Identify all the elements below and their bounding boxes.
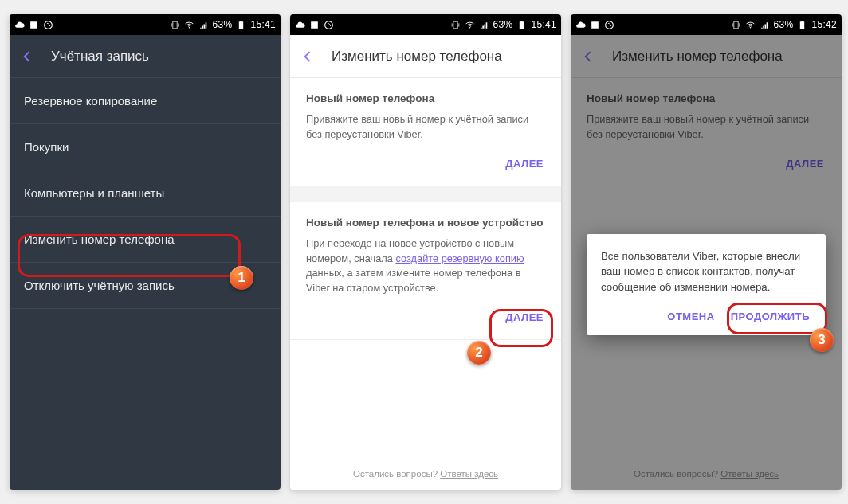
- card-new-number-bg: Новый номер телефона Привяжите ваш новый…: [571, 78, 842, 186]
- clock: 15:42: [811, 19, 837, 30]
- step-badge-2: 2: [467, 341, 491, 365]
- footer-link[interactable]: Ответы здесь: [440, 469, 498, 479]
- back-icon[interactable]: [19, 49, 35, 64]
- card-title: Новый номер телефона: [587, 92, 826, 104]
- item-computers[interactable]: Компьютеры и планшеты: [10, 170, 281, 217]
- next-button-bg: ДАЛЕЕ: [784, 153, 826, 174]
- wifi-icon: [465, 20, 475, 30]
- card-body: Привяжите ваш новый номер к учётной запи…: [587, 112, 826, 142]
- cloud-icon: [575, 20, 586, 30]
- footer-questions: Остались вопросы? Ответы здесь: [571, 459, 842, 490]
- status-bar: 63% 15:41: [10, 14, 281, 35]
- backup-link[interactable]: создайте резервную копию: [395, 252, 524, 264]
- footer-link: Ответы здесь: [720, 469, 779, 479]
- clock: 15:41: [531, 19, 556, 30]
- vibrate-icon: [450, 20, 461, 30]
- card-body: При переходе на новое устройство с новым…: [306, 236, 545, 295]
- card-title: Новый номер телефона: [306, 92, 545, 104]
- item-label: Компьютеры и планшеты: [24, 186, 164, 200]
- item-label: Отключить учётную запись: [24, 279, 175, 292]
- battery-pct: 63%: [493, 19, 513, 30]
- dialog-actions: ОТМЕНА ПРОДОЛЖИТЬ: [601, 295, 811, 327]
- item-label: Изменить номер телефона: [24, 232, 175, 246]
- card-new-number: Новый номер телефона Привяжите ваш новый…: [290, 78, 561, 186]
- vibrate-icon: [170, 20, 180, 30]
- wifi-icon: [184, 20, 194, 30]
- card-body-b: данных, а затем измените номер телефона …: [306, 267, 520, 294]
- footer-questions: Остались вопросы? Ответы здесь: [290, 459, 561, 490]
- svg-point-3: [469, 26, 470, 28]
- signal-icon: [479, 20, 489, 30]
- back-icon: [580, 49, 596, 64]
- svg-point-1: [188, 26, 190, 28]
- svg-point-2: [325, 21, 333, 29]
- svg-point-0: [45, 21, 53, 29]
- card-body: Привяжите ваш новый номер к учётной запи…: [306, 112, 545, 142]
- confirm-dialog: Все пользователи Viber, которые внесли в…: [587, 234, 826, 335]
- status-left: [14, 20, 53, 30]
- cloud-icon: [14, 20, 25, 30]
- footer-text: Остались вопросы?: [353, 469, 440, 479]
- viber-icon: [324, 20, 334, 30]
- item-purchases[interactable]: Покупки: [10, 124, 281, 170]
- item-deactivate[interactable]: Отключить учётную запись: [10, 263, 281, 309]
- card-new-number-device: Новый номер телефона и новое устройство …: [290, 202, 561, 340]
- next-button-2[interactable]: ДАЛЕЕ: [504, 307, 545, 328]
- signal-icon: [198, 20, 209, 30]
- item-label: Резервное копирование: [24, 94, 157, 107]
- status-right: 63% 15:42: [731, 19, 837, 30]
- phone-1-account: 63% 15:41 Учётная запись Резервное копир…: [10, 14, 281, 490]
- battery-icon: [236, 20, 246, 30]
- card-title: Новый номер телефона и новое устройство: [306, 217, 545, 229]
- battery-pct: 63%: [774, 19, 794, 30]
- image-icon: [29, 20, 39, 30]
- continue-button[interactable]: ПРОДОЛЖИТЬ: [729, 306, 811, 327]
- footer-text: Остались вопросы?: [634, 469, 720, 479]
- status-left: [295, 20, 334, 30]
- next-button-1[interactable]: ДАЛЕЕ: [504, 153, 545, 174]
- image-icon: [590, 20, 600, 30]
- item-change-number[interactable]: Изменить номер телефона: [10, 217, 281, 263]
- card-gap: [290, 186, 561, 202]
- status-right: 63% 15:41: [170, 19, 276, 30]
- page-title: Изменить номер телефона: [612, 49, 783, 64]
- svg-point-5: [749, 26, 751, 28]
- svg-point-4: [606, 21, 614, 29]
- page-title: Изменить номер телефона: [332, 49, 502, 64]
- status-right: 63% 15:41: [450, 19, 556, 30]
- wifi-icon: [745, 20, 756, 30]
- status-left: [575, 20, 614, 30]
- battery-icon: [516, 20, 527, 30]
- header: Изменить номер телефона: [571, 35, 842, 78]
- phone-2-change-number: 63% 15:41 Изменить номер телефона Новый …: [290, 14, 561, 490]
- clock: 15:41: [250, 19, 276, 30]
- vibrate-icon: [731, 20, 741, 30]
- cloud-icon: [295, 20, 305, 30]
- cancel-button[interactable]: ОТМЕНА: [665, 306, 716, 327]
- item-label: Покупки: [24, 140, 69, 154]
- viber-icon: [604, 20, 614, 30]
- dialog-body: Все пользователи Viber, которые внесли в…: [601, 248, 811, 295]
- back-icon[interactable]: [300, 49, 316, 64]
- settings-list: Резервное копирование Покупки Компьютеры…: [10, 78, 281, 309]
- page-title: Учётная запись: [51, 49, 149, 64]
- header: Учётная запись: [10, 35, 281, 78]
- battery-icon: [797, 20, 807, 30]
- viber-icon: [43, 20, 53, 30]
- image-icon: [309, 20, 320, 30]
- phone-3-dialog: 63% 15:42 Изменить номер телефона Новый …: [571, 14, 842, 490]
- header: Изменить номер телефона: [290, 35, 561, 78]
- status-bar: 63% 15:41: [290, 14, 561, 35]
- status-bar: 63% 15:42: [571, 14, 842, 35]
- signal-icon: [760, 20, 770, 30]
- item-backup[interactable]: Резервное копирование: [10, 78, 281, 124]
- battery-pct: 63%: [213, 19, 233, 30]
